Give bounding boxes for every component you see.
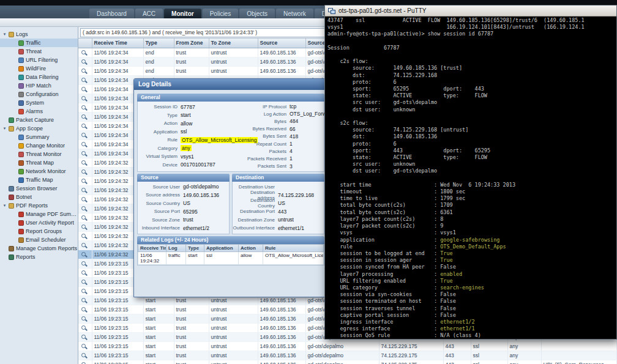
magnifier-icon[interactable]: [81, 325, 86, 330]
terminal-line: captive portal session : False: [327, 312, 614, 319]
magnifier-icon[interactable]: [81, 243, 86, 247]
column-header-receive-time[interactable]: Receive Time: [92, 39, 143, 48]
sidebar-item-label: Botnet: [16, 194, 32, 200]
log-detail-cell: [78, 176, 92, 185]
sidebar-item-summary[interactable]: Summary: [0, 133, 78, 141]
magnifier-icon[interactable]: [81, 362, 86, 364]
magnifier-icon[interactable]: [81, 197, 86, 201]
magnifier-icon[interactable]: [81, 114, 86, 119]
sidebar-item-url-filtering[interactable]: URL Filtering: [0, 56, 78, 64]
terminal-line: ingress interface : ethernet1/2: [327, 319, 614, 325]
log-cell: end: [143, 57, 174, 66]
magnifier-icon[interactable]: [81, 179, 86, 183]
sidebar-item-reports[interactable]: Reports: [0, 253, 78, 261]
sidebar-item-packet-capture[interactable]: Packet Capture: [0, 116, 78, 124]
magnifier-icon[interactable]: [81, 289, 86, 293]
log-cell: 149.60.185.136: [258, 323, 305, 332]
magnifier-icon[interactable]: [81, 215, 86, 220]
sidebar-item-wildfire[interactable]: WildFire: [0, 64, 78, 73]
sidebar-item-traffic[interactable]: Traffic: [0, 39, 78, 47]
magnifier-icon[interactable]: [81, 151, 86, 155]
log-cell: 149.60.185.136: [258, 360, 305, 364]
putty-title-bar[interactable]: ots-tpa-pa01.gd-ots.net - PuTTY: [325, 6, 616, 17]
log-cell: 74.125.229.175: [379, 351, 443, 360]
magnifier-icon[interactable]: [81, 206, 86, 210]
sidebar-item-botnet[interactable]: Botnet: [0, 193, 78, 201]
magnifier-icon[interactable]: [81, 353, 86, 357]
magnifier-icon[interactable]: [81, 280, 86, 284]
sidebar-item-threat-monitor[interactable]: Threat Monitor: [0, 150, 78, 158]
magnifier-icon[interactable]: [81, 270, 86, 275]
sidebar-item-alarms[interactable]: Alarms: [0, 107, 78, 116]
sidebar-item-network-monitor[interactable]: Network Monitor: [0, 167, 78, 176]
magnifier-icon[interactable]: [81, 124, 86, 128]
terminal-line: start time : Wed Nov 6 19:24:33 2013: [327, 182, 614, 188]
sidebar-item-session-browser[interactable]: Session Browser: [0, 184, 78, 193]
tab-monitor[interactable]: Monitor: [164, 9, 201, 18]
general-section: Session ID67787TypestartActionallowAppli…: [137, 102, 324, 172]
tab-acc[interactable]: ACC: [135, 9, 163, 18]
magnifier-icon[interactable]: [81, 344, 86, 348]
sidebar-item-system[interactable]: System: [0, 98, 78, 107]
sidebar-item-user-activity-report[interactable]: User Activity Report: [0, 218, 78, 227]
terminal-line: layer7 processing : enabled: [327, 271, 614, 278]
magnifier-icon[interactable]: [81, 133, 86, 137]
log-row[interactable]: 11/06 19:23:15starttrustuntrust149.60.18…: [78, 341, 617, 351]
sidebar-item-report-groups[interactable]: Report Groups: [0, 227, 78, 236]
column-header-to-zone[interactable]: To Zone: [209, 39, 258, 48]
tab-objects[interactable]: Objects: [239, 9, 275, 18]
magnifier-icon[interactable]: [81, 78, 86, 82]
magnifier-icon[interactable]: [81, 188, 86, 192]
tab-dashboard[interactable]: Dashboard: [89, 9, 134, 18]
sidebar-item-change-monitor[interactable]: Change Monitor: [0, 141, 78, 150]
magnifier-icon[interactable]: [81, 87, 86, 91]
magnifier-icon[interactable]: [81, 225, 86, 229]
magnifier-icon[interactable]: [81, 169, 86, 174]
sidebar-item-app-scope[interactable]: ▾App Scope: [0, 124, 78, 133]
sidebar-item-label: Summary: [26, 134, 50, 140]
sidebar-item-threat-map[interactable]: Threat Map: [0, 158, 78, 167]
column-header-type[interactable]: Type: [143, 39, 174, 48]
magnifier-icon[interactable]: [81, 335, 86, 339]
magnifier-icon[interactable]: [81, 69, 86, 73]
terminal-output[interactable]: 43747 ssl ACTIVE FLOW 149.60.185.136[652…: [325, 17, 616, 339]
field-row-source-port: Source Port65295: [138, 207, 229, 216]
sidebar-item-traffic-map[interactable]: Traffic Map: [0, 176, 78, 184]
magnifier-icon[interactable]: [81, 307, 86, 311]
sidebar-item-email-scheduler[interactable]: Email Scheduler: [0, 236, 78, 244]
field-label: Virtual System: [138, 154, 181, 159]
tab-network[interactable]: Network: [276, 9, 313, 18]
magnifier-icon[interactable]: [81, 252, 86, 256]
magnifier-icon[interactable]: [81, 234, 86, 238]
field-value: ethernet1/1: [278, 225, 304, 231]
log-row[interactable]: 11/06 19:23:15starttrustuntrust149.60.18…: [78, 360, 617, 364]
magnifier-icon[interactable]: [81, 298, 86, 302]
sidebar-item-manage-pdf-summary[interactable]: Manage PDF Summary: [0, 210, 78, 218]
magnifier-icon[interactable]: [81, 105, 86, 110]
tab-policies[interactable]: Policies: [203, 9, 238, 18]
terminal-line: session traverses tunnel : False: [327, 305, 614, 312]
magnifier-icon[interactable]: [81, 316, 86, 321]
sidebar-item-pdf-reports[interactable]: ▾PDF Reports: [0, 201, 78, 210]
sidebar-item-logs[interactable]: ▾Logs: [0, 30, 78, 39]
column-header-source[interactable]: Source: [258, 39, 305, 48]
magnifier-icon[interactable]: [81, 50, 86, 54]
magnifier-icon[interactable]: [81, 142, 86, 146]
log-row[interactable]: 11/06 19:23:15starttrustuntrust149.60.18…: [78, 351, 617, 360]
sidebar-item-manage-custom-reports[interactable]: Manage Custom Reports: [0, 244, 78, 253]
sidebar-item-configuration[interactable]: Configuration: [0, 90, 78, 98]
sidebar-item-threat[interactable]: Threat: [0, 47, 78, 56]
field-label: Rule: [138, 137, 181, 143]
magnifier-icon[interactable]: [81, 59, 86, 64]
sidebar-item-label: Packet Capture: [16, 117, 54, 123]
sidebar-item-hip-match[interactable]: HIP Match: [0, 81, 78, 90]
magnifier-icon[interactable]: [81, 261, 86, 266]
sidebar-item-label: Email Scheduler: [26, 237, 66, 243]
magnifier-icon[interactable]: [81, 160, 86, 165]
magnifier-icon[interactable]: [81, 96, 86, 100]
column-header-from-zone[interactable]: From Zone: [174, 39, 209, 48]
dialog-title[interactable]: Log Details: [134, 79, 327, 90]
sidebar-item-data-filtering[interactable]: Data Filtering: [0, 73, 78, 81]
related-log-row[interactable]: 11/06 19:24:32trafficstartsslallowOTS_Al…: [138, 251, 324, 264]
log-detail-cell: [78, 112, 92, 121]
